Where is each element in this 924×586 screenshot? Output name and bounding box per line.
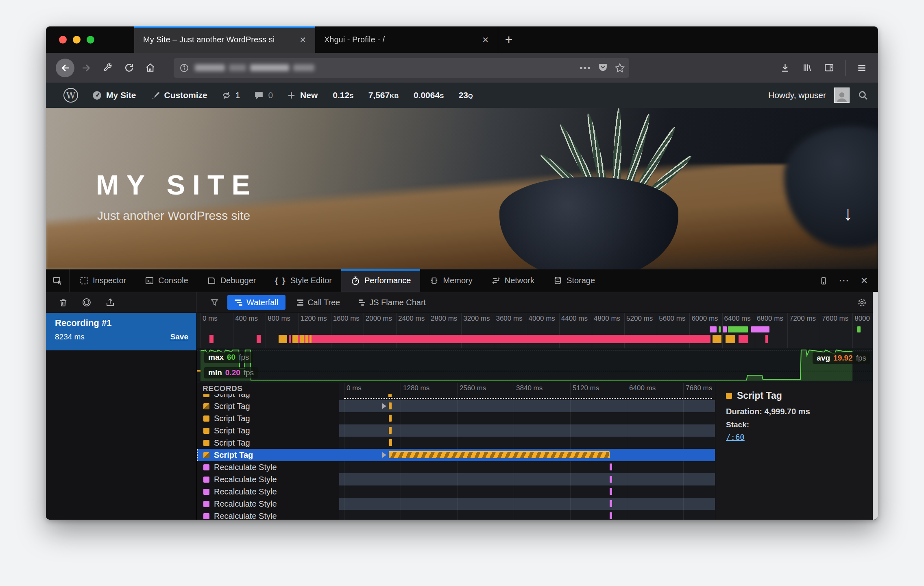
avatar[interactable] xyxy=(834,87,850,103)
wp-updates-menu[interactable]: 1 xyxy=(214,83,247,108)
record-label: Recalculate Style xyxy=(214,475,277,484)
zoom-window-button[interactable] xyxy=(87,36,94,44)
records-waterfall: RECORDS 0 ms1280 ms2560 ms3840 ms5120 ms… xyxy=(197,383,715,520)
timeline-overview[interactable]: 0 ms400 ms800 ms1200 ms1600 ms2000 ms240… xyxy=(197,313,878,383)
table-row[interactable]: Script Tag xyxy=(197,400,715,412)
tab-network[interactable]: Network xyxy=(482,269,544,292)
pick-element-button[interactable] xyxy=(46,269,70,292)
view-waterfall-button[interactable]: Waterfall xyxy=(227,295,285,310)
wp-logo-menu[interactable]: W xyxy=(57,83,85,108)
overview-tick-label: 4400 ms xyxy=(561,315,588,323)
page-actions-icon[interactable]: ••• xyxy=(580,63,591,73)
minimize-window-button[interactable] xyxy=(73,36,81,44)
tab-title: My Site – Just another WordPress si xyxy=(143,35,297,44)
table-row[interactable]: Script Tag xyxy=(197,437,715,449)
filter-button[interactable] xyxy=(205,293,223,311)
records-header: RECORDS xyxy=(197,383,339,394)
wp-search-button[interactable] xyxy=(858,90,868,101)
overview-css-marker xyxy=(857,326,861,332)
new-tab-button[interactable]: + xyxy=(498,26,519,53)
table-row[interactable]: Recalculate Style xyxy=(197,461,715,473)
wp-new-menu[interactable]: New xyxy=(280,83,325,108)
library-button[interactable] xyxy=(798,59,816,77)
close-icon[interactable]: ✕ xyxy=(297,34,309,46)
url-bar[interactable]: ••• xyxy=(174,58,629,78)
responsive-mode-button[interactable] xyxy=(815,272,832,290)
tab-performance[interactable]: Performance xyxy=(341,269,421,292)
menu-button[interactable] xyxy=(853,59,871,77)
waterfall-tick-label: 7680 ms xyxy=(686,384,712,392)
overview-js-marker xyxy=(209,335,214,343)
bookmark-star-icon[interactable] xyxy=(615,63,625,73)
overview-tick-label: 2800 ms xyxy=(431,315,457,323)
overview-tick-label: 400 ms xyxy=(235,315,258,323)
tab-console[interactable]: Console xyxy=(135,269,197,292)
table-row[interactable]: Recalculate Style xyxy=(197,473,715,485)
close-icon[interactable]: ✕ xyxy=(479,34,491,46)
table-row[interactable]: Script Tag xyxy=(197,449,715,461)
developer-tools-button[interactable] xyxy=(99,59,117,77)
records-rows-viewport[interactable]: Script TagScript TagScript TagScript Tag… xyxy=(197,394,715,520)
scroll-down-arrow[interactable]: ↓ xyxy=(843,202,853,225)
url-text-redacted xyxy=(195,64,580,71)
waterfall-tick-label: 3840 ms xyxy=(516,384,543,392)
stopwatch-icon xyxy=(351,276,360,286)
overview-js-marker xyxy=(257,335,261,343)
overview-tick-label: 5200 ms xyxy=(626,315,653,323)
reload-button[interactable] xyxy=(120,59,138,77)
record-label: Script Tag xyxy=(214,450,253,460)
debugger-icon xyxy=(207,276,216,285)
tab-storage[interactable]: Storage xyxy=(544,269,604,292)
back-button[interactable] xyxy=(56,59,74,77)
record-label: Recalculate Style xyxy=(214,487,277,496)
record-waterfall-cell xyxy=(339,400,715,412)
stack-frame-link[interactable]: /:60 xyxy=(726,433,745,442)
tab-style-editor[interactable]: { } Style Editor xyxy=(266,269,341,292)
record-type-swatch xyxy=(203,440,209,446)
wp-performance-metrics: 0.12S 7,567KB 0.0064S 23Q xyxy=(333,90,473,100)
wp-customize-menu[interactable]: Customize xyxy=(143,83,214,108)
tab-debugger[interactable]: Debugger xyxy=(198,269,266,292)
table-row[interactable]: Script Tag xyxy=(197,394,715,400)
tab-my-site[interactable]: My Site – Just another WordPress si ✕ xyxy=(134,26,315,53)
overview-tick-label: 4800 ms xyxy=(594,315,620,323)
forward-button[interactable] xyxy=(78,59,96,77)
waterfall-bar xyxy=(389,402,392,409)
save-recording-link[interactable]: Save xyxy=(170,332,188,341)
waterfall-tick-label: 0 ms xyxy=(346,384,362,392)
clear-recordings-button[interactable] xyxy=(54,293,72,311)
wp-comments-menu[interactable]: 0 xyxy=(247,83,280,108)
downloads-button[interactable] xyxy=(776,59,794,77)
scrollbar[interactable] xyxy=(873,292,878,520)
recordings-sidebar: Recording #1 8234 ms Save xyxy=(46,313,197,520)
close-window-button[interactable] xyxy=(59,36,67,44)
reload-icon xyxy=(124,63,134,73)
table-row[interactable]: Script Tag xyxy=(197,412,715,424)
devtools-more-button[interactable]: ⋯ xyxy=(835,272,853,290)
waterfall-tick-label: 1280 ms xyxy=(403,384,429,392)
site-info-icon[interactable] xyxy=(179,63,189,73)
wp-my-site-menu[interactable]: My Site xyxy=(85,83,143,108)
home-button[interactable] xyxy=(141,59,159,77)
person-icon xyxy=(836,91,848,102)
view-call-tree-button[interactable]: Call Tree xyxy=(290,295,347,310)
devtools-panel: Inspector Console Debugger { } Style Edi… xyxy=(46,269,878,520)
pocket-icon[interactable] xyxy=(598,63,608,73)
view-flame-chart-button[interactable]: JS Flame Chart xyxy=(351,295,433,310)
tab-inspector[interactable]: Inspector xyxy=(70,269,135,292)
record-label: Recalculate Style xyxy=(214,499,277,509)
tab-xhgui[interactable]: Xhgui - Profile - / ✕ xyxy=(315,26,498,53)
import-recording-button[interactable] xyxy=(101,293,119,311)
waterfall-bar xyxy=(610,500,612,507)
recording-item[interactable]: Recording #1 8234 ms Save xyxy=(46,313,196,350)
tab-memory[interactable]: Memory xyxy=(420,269,482,292)
table-row[interactable]: Recalculate Style xyxy=(197,510,715,520)
sidebars-button[interactable] xyxy=(820,59,838,77)
table-row[interactable]: Recalculate Style xyxy=(197,485,715,498)
start-recording-button[interactable] xyxy=(78,293,96,311)
wp-account-greeting[interactable]: Howdy, wpuser xyxy=(768,90,826,100)
table-row[interactable]: Recalculate Style xyxy=(197,498,715,510)
performance-settings-button[interactable] xyxy=(856,297,867,308)
table-row[interactable]: Script Tag xyxy=(197,424,715,437)
devtools-close-button[interactable]: ✕ xyxy=(855,272,873,290)
